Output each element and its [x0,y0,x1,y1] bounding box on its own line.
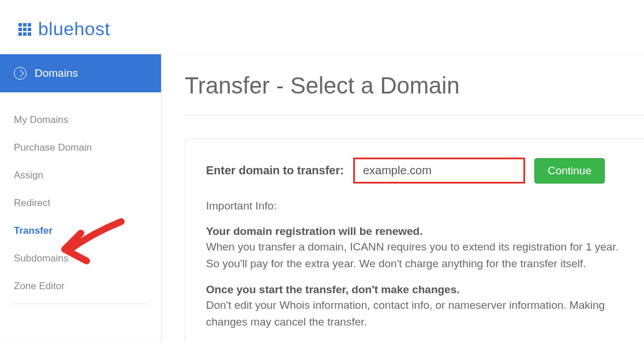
content-area: Transfer - Select a Domain Enter domain … [162,54,644,342]
info-bold-no-changes: Once you start the transfer, don't make … [206,283,623,296]
page-title: Transfer - Select a Domain [185,73,644,115]
info-block-no-changes: Once you start the transfer, don't make … [206,283,623,330]
main-layout: Domains My Domains Purchase Domain Assig… [0,54,644,342]
info-text-renewal: When you transfer a domain, ICANN requir… [206,239,623,272]
sidebar-header-domains[interactable]: Domains [0,54,161,92]
domain-input-label: Enter domain to transfer: [206,164,344,177]
sidebar: Domains My Domains Purchase Domain Assig… [0,54,162,342]
compass-icon [14,67,27,80]
sidebar-item-transfer[interactable]: Transfer [0,217,161,245]
sidebar-item-assign[interactable]: Assign [0,162,161,189]
transfer-form-card: Enter domain to transfer: Continue Impor… [185,139,644,342]
info-bold-renewal: Your domain registration will be renewed… [206,225,623,238]
form-row: Enter domain to transfer: Continue [206,158,623,184]
domain-input[interactable] [353,158,525,184]
sidebar-item-redirect[interactable]: Redirect [0,189,161,217]
sidebar-item-zone-editor[interactable]: Zone Editor [0,272,161,300]
sidebar-nav: My Domains Purchase Domain Assign Redire… [0,92,161,318]
info-text-no-changes: Don't edit your Whois information, conta… [206,297,623,330]
sidebar-item-subdomains[interactable]: Subdomains [0,245,161,272]
continue-button[interactable]: Continue [534,158,605,184]
sidebar-item-purchase-domain[interactable]: Purchase Domain [0,134,161,162]
sidebar-header-label: Domains [35,67,78,80]
brand-name: bluehost [38,18,110,40]
app-header: bluehost [0,0,644,54]
bluehost-logo-icon [18,23,31,36]
important-info-heading: Important Info: [206,200,623,212]
sidebar-divider [12,304,149,304]
sidebar-item-my-domains[interactable]: My Domains [0,106,161,134]
info-block-renewal: Your domain registration will be renewed… [206,225,623,272]
